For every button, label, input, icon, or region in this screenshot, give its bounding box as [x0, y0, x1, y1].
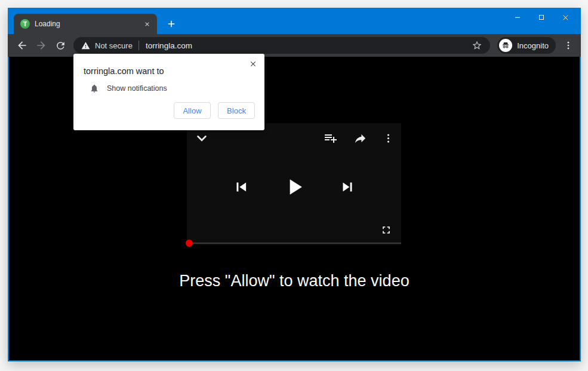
plus-icon: [166, 19, 177, 29]
chevron-down-icon: [194, 130, 210, 146]
window-controls: [506, 8, 577, 27]
tab-favicon: T: [20, 19, 30, 29]
close-icon: [562, 14, 569, 22]
forward-arrow-icon: [35, 39, 47, 51]
page-message: Press "Allow" to watch the video: [9, 272, 580, 290]
incognito-icon: [499, 39, 512, 52]
kebab-menu-icon: [563, 40, 574, 51]
kebab-menu-icon: [383, 133, 394, 144]
maximize-icon: [538, 14, 545, 21]
browser-menu-button[interactable]: [561, 38, 576, 53]
block-button[interactable]: Block: [218, 102, 255, 119]
back-button[interactable]: [13, 36, 32, 54]
dialog-actions: Allow Block: [73, 93, 264, 119]
titlebar: T Loading: [8, 8, 581, 34]
reload-icon: [55, 40, 66, 51]
star-icon: [472, 40, 482, 51]
player-transport-controls: [187, 174, 401, 200]
player-menu-button[interactable]: [383, 133, 394, 144]
permission-dialog: torringla.com want to Show notifications…: [73, 54, 264, 130]
tab-title: Loading: [35, 20, 141, 28]
back-arrow-icon: [16, 39, 28, 51]
minimize-button[interactable]: [506, 8, 529, 27]
play-button[interactable]: [281, 174, 307, 200]
player-top-controls: [194, 130, 394, 146]
share-button[interactable]: [353, 131, 367, 145]
permission-request-label: Show notifications: [107, 84, 167, 93]
minimize-icon: [514, 14, 521, 21]
fullscreen-icon: [380, 224, 392, 236]
incognito-label: Incognito: [517, 41, 549, 50]
browser-window: T Loading: [8, 8, 581, 361]
dialog-close-button[interactable]: [248, 59, 258, 69]
incognito-badge: Incognito: [497, 37, 556, 54]
fullscreen-button[interactable]: [380, 223, 393, 237]
tab-loading[interactable]: T Loading: [14, 14, 157, 34]
dialog-title: torringla.com want to: [73, 54, 264, 76]
close-icon: [144, 21, 150, 27]
omnibox-separator: [138, 41, 139, 50]
url-text: torringla.com: [146, 41, 470, 50]
skip-previous-button[interactable]: [232, 178, 250, 196]
video-player: [187, 123, 401, 245]
new-tab-button[interactable]: [164, 17, 178, 31]
bookmark-button[interactable]: [470, 38, 484, 53]
progress-bar[interactable]: [187, 243, 401, 244]
play-icon: [281, 174, 307, 200]
forward-button[interactable]: [32, 36, 51, 54]
close-icon: [249, 60, 257, 68]
playlist-add-button[interactable]: [324, 131, 338, 145]
close-window-button[interactable]: [553, 8, 577, 27]
collapse-button[interactable]: [194, 130, 210, 146]
reload-button[interactable]: [51, 36, 70, 54]
share-arrow-icon: [353, 131, 367, 145]
tab-close-button[interactable]: [141, 19, 152, 29]
address-bar[interactable]: Not secure torringla.com: [73, 37, 490, 54]
skip-next-button[interactable]: [338, 178, 356, 196]
dialog-permission-row: Show notifications: [73, 76, 264, 93]
skip-previous-icon: [232, 178, 250, 196]
progress-scrubber[interactable]: [186, 240, 193, 247]
bell-icon: [90, 84, 99, 93]
warning-triangle-icon: [81, 41, 90, 50]
security-label: Not secure: [95, 41, 133, 50]
maximize-button[interactable]: [529, 8, 553, 27]
playlist-add-icon: [324, 131, 338, 145]
allow-button[interactable]: Allow: [174, 102, 211, 119]
skip-next-icon: [338, 178, 356, 196]
